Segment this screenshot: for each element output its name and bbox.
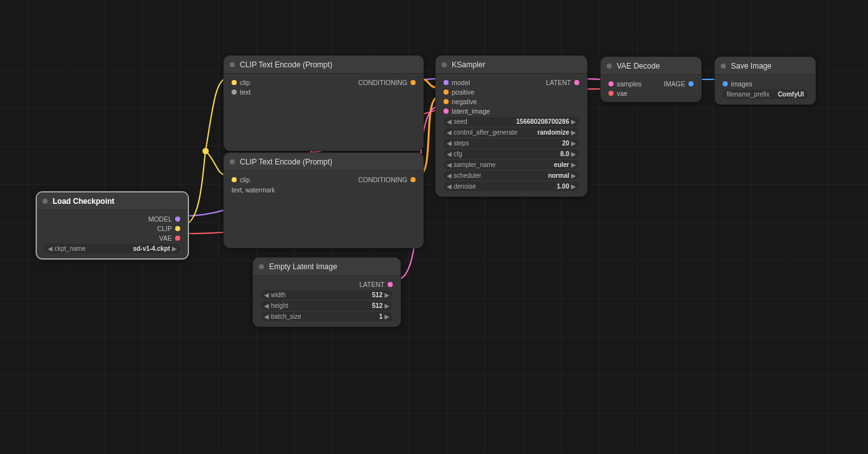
port-clip-icon[interactable]	[232, 80, 237, 85]
widget-filename-prefix[interactable]: filename_prefix ComfyUI	[723, 90, 808, 99]
chevron-right-icon[interactable]: ▶	[384, 302, 390, 309]
output-vae: VAE	[159, 234, 172, 242]
widget-width[interactable]: ◀width512▶	[261, 290, 393, 300]
port-vae-icon[interactable]	[175, 236, 180, 241]
collapse-dot-icon[interactable]	[43, 199, 48, 204]
widget-seed[interactable]: ◀seed156680208700286▶	[444, 117, 579, 126]
node-header[interactable]: KSampler	[436, 56, 587, 74]
chevron-right-icon[interactable]: ▶	[570, 150, 577, 157]
widget-label: height	[271, 302, 288, 309]
port-text-icon[interactable]	[232, 90, 237, 95]
port-positive-icon[interactable]	[444, 90, 449, 95]
text-input[interactable]: text, watermark	[232, 187, 416, 194]
chevron-right-icon[interactable]: ▶	[570, 129, 577, 136]
node-header[interactable]: CLIP Text Encode (Prompt)	[224, 56, 423, 74]
node-title: CLIP Text Encode (Prompt)	[240, 60, 332, 69]
collapse-dot-icon[interactable]	[259, 264, 264, 269]
widget-value: 20	[469, 140, 569, 147]
widget-label: steps	[454, 140, 469, 147]
widget-label: denoise	[454, 183, 476, 190]
port-model-icon[interactable]	[444, 80, 449, 85]
port-conditioning-icon[interactable]	[411, 80, 416, 85]
chevron-left-icon[interactable]: ◀	[446, 161, 452, 168]
collapse-dot-icon[interactable]	[607, 63, 612, 69]
port-conditioning-icon[interactable]	[411, 177, 416, 182]
chevron-left-icon[interactable]: ◀	[263, 313, 270, 320]
chevron-right-icon[interactable]: ▶	[570, 140, 577, 147]
input-clip: clip	[240, 176, 250, 184]
widget-scheduler[interactable]: ◀schedulernormal▶	[444, 171, 579, 180]
chevron-right-icon[interactable]: ▶	[570, 172, 577, 179]
node-ksampler[interactable]: KSampler model LATENT positive negative …	[435, 55, 588, 197]
chevron-left-icon[interactable]: ◀	[263, 302, 270, 309]
widget-label: filename_prefix	[727, 91, 770, 98]
chevron-left-icon[interactable]: ◀	[446, 140, 452, 147]
node-header[interactable]: Save Image	[715, 57, 815, 75]
widget-batch-size[interactable]: ◀batch_size1▶	[261, 312, 393, 321]
widget-value: 512	[286, 291, 383, 298]
chevron-right-icon[interactable]: ▶	[570, 161, 577, 168]
port-latent-icon[interactable]	[574, 80, 579, 85]
widget-value: 1.00	[476, 183, 569, 190]
input-text: text	[240, 88, 251, 96]
chevron-left-icon[interactable]: ◀	[446, 172, 452, 179]
input-positive: positive	[452, 88, 475, 96]
node-clip-text-encode-2[interactable]: CLIP Text Encode (Prompt) clip CONDITION…	[223, 152, 424, 248]
port-clip-icon[interactable]	[232, 177, 237, 182]
output-image: IMAGE	[664, 80, 685, 88]
port-model-icon[interactable]	[175, 217, 180, 222]
widget-label: control_after_generate	[454, 129, 518, 136]
output-conditioning: CONDITIONING	[358, 79, 407, 86]
node-empty-latent-image[interactable]: Empty Latent Image LATENT ◀width512▶ ◀he…	[253, 257, 401, 327]
node-graph-canvas[interactable]: Load Checkpoint MODEL CLIP VAE ◀ ckpt_na…	[0, 0, 868, 454]
widget-sampler-name[interactable]: ◀sampler_nameeuler▶	[444, 160, 579, 170]
widget-steps[interactable]: ◀steps20▶	[444, 138, 579, 148]
chevron-left-icon[interactable]: ◀	[446, 118, 452, 125]
widget-denoise[interactable]: ◀denoise1.00▶	[444, 182, 579, 191]
node-header[interactable]: CLIP Text Encode (Prompt)	[224, 153, 423, 171]
widget-control-after-generate[interactable]: ◀control_after_generaterandomize▶	[444, 128, 579, 137]
chevron-left-icon[interactable]: ◀	[263, 291, 270, 298]
port-images-icon[interactable]	[723, 81, 728, 86]
chevron-right-icon[interactable]: ▶	[570, 183, 577, 190]
port-samples-icon[interactable]	[608, 81, 614, 86]
output-clip: CLIP	[157, 225, 172, 232]
port-clip-icon[interactable]	[175, 226, 180, 231]
widget-cfg[interactable]: ◀cfg8.0▶	[444, 149, 579, 159]
node-clip-text-encode-1[interactable]: CLIP Text Encode (Prompt) clip CONDITION…	[223, 55, 424, 151]
port-latent-icon[interactable]	[388, 282, 393, 287]
chevron-left-icon[interactable]: ◀	[446, 129, 452, 136]
port-vae-icon[interactable]	[608, 91, 614, 96]
widget-label: ckpt_name	[55, 245, 86, 252]
node-header[interactable]: Load Checkpoint	[37, 192, 188, 210]
input-vae: vae	[617, 90, 628, 97]
node-save-image[interactable]: Save Image images filename_prefix ComfyU…	[714, 57, 816, 105]
chevron-right-icon[interactable]: ▶	[570, 118, 577, 125]
widget-label: batch_size	[271, 313, 301, 320]
widget-height[interactable]: ◀height512▶	[261, 301, 393, 310]
input-latent-image: latent_image	[452, 107, 490, 115]
collapse-dot-icon[interactable]	[721, 63, 726, 69]
port-image-icon[interactable]	[688, 81, 694, 86]
port-latent-image-icon[interactable]	[444, 109, 449, 114]
collapse-dot-icon[interactable]	[230, 159, 235, 164]
node-title: VAE Decode	[617, 62, 660, 70]
chevron-left-icon[interactable]: ◀	[47, 245, 53, 252]
port-negative-icon[interactable]	[444, 99, 449, 104]
node-header[interactable]: Empty Latent Image	[253, 258, 400, 276]
chevron-left-icon[interactable]: ◀	[446, 150, 452, 157]
widget-value: sd-v1-4.ckpt	[86, 245, 170, 252]
widget-ckpt-name[interactable]: ◀ ckpt_name sd-v1-4.ckpt ▶	[44, 244, 180, 253]
output-conditioning: CONDITIONING	[358, 176, 407, 184]
chevron-right-icon[interactable]: ▶	[384, 313, 390, 320]
chevron-right-icon[interactable]: ▶	[384, 291, 390, 298]
node-header[interactable]: VAE Decode	[601, 57, 701, 75]
chevron-left-icon[interactable]: ◀	[446, 183, 452, 190]
node-vae-decode[interactable]: VAE Decode samples IMAGE vae	[600, 57, 702, 102]
collapse-dot-icon[interactable]	[442, 62, 447, 67]
node-load-checkpoint[interactable]: Load Checkpoint MODEL CLIP VAE ◀ ckpt_na…	[36, 192, 188, 259]
output-latent: LATENT	[360, 281, 385, 288]
collapse-dot-icon[interactable]	[230, 62, 235, 67]
chevron-right-icon[interactable]: ▶	[171, 245, 178, 252]
widget-value: 512	[288, 302, 383, 309]
